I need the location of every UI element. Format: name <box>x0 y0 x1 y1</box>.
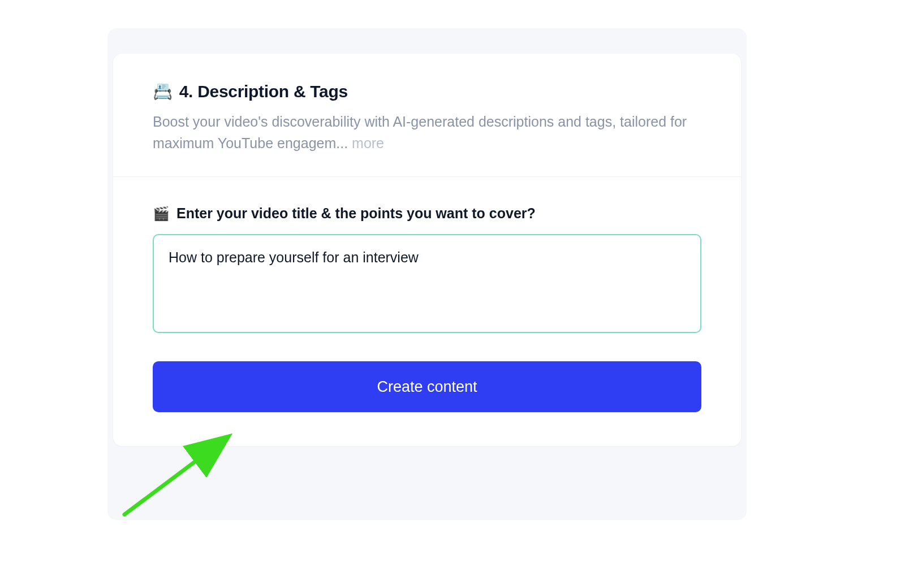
section-step-icon: 📇 <box>153 84 173 100</box>
section-description: Boost your video's discoverability with … <box>153 111 701 154</box>
panel-background: 📇 4. Description & Tags Boost your video… <box>107 28 747 520</box>
create-content-button[interactable]: Create content <box>153 361 701 412</box>
card-header: 📇 4. Description & Tags Boost your video… <box>113 54 741 177</box>
video-title-input[interactable] <box>153 234 701 333</box>
more-link[interactable]: more <box>352 135 384 151</box>
section-title: 📇 4. Description & Tags <box>153 82 701 101</box>
input-label-text: Enter your video title & the points you … <box>176 205 536 222</box>
card-body: 🎬 Enter your video title & the points yo… <box>113 177 741 446</box>
section-description-text: Boost your video's discoverability with … <box>153 114 687 151</box>
section-title-text: 4. Description & Tags <box>179 82 348 101</box>
clapperboard-icon: 🎬 <box>153 206 170 222</box>
description-tags-card: 📇 4. Description & Tags Boost your video… <box>113 54 741 446</box>
input-label: 🎬 Enter your video title & the points yo… <box>153 205 701 222</box>
